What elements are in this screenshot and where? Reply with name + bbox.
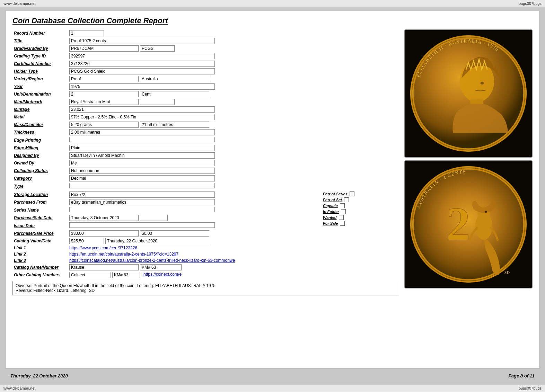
value-other-catalog[interactable]: Colnect <box>69 272 111 278</box>
label-type: Type <box>12 182 68 190</box>
value-metal[interactable]: 97% Copper - 2.5% Zinc - 0.5% Tin <box>69 114 215 120</box>
footer-page: Page 8 of 11 <box>508 373 535 378</box>
label-designed-by: Designed By <box>12 152 68 159</box>
svg-point-15 <box>485 211 487 213</box>
checkbox-for-sale[interactable] <box>340 221 345 226</box>
value-denomination[interactable]: Cent <box>140 91 209 97</box>
label-link3: Link 3 <box>12 257 68 264</box>
value-mintage[interactable]: 23,021 <box>69 106 215 113</box>
row-purchased-from: Purchased From eBay tasmanian_numismatic… <box>12 198 319 206</box>
value-other-km[interactable]: KM# 63 <box>112 272 140 278</box>
row-storage: Storage Location Box 7/2 <box>12 191 319 198</box>
label-issue-date: Issue Date <box>12 222 68 230</box>
value-series-name[interactable] <box>69 207 215 212</box>
browser-url-right: bugs007bugs <box>519 1 542 6</box>
value-purchased-from[interactable]: eBay tasmanian_numismatics <box>69 199 215 205</box>
row-thickness: Thickness 2.00 millimetres <box>12 128 399 136</box>
label-edge-milling: Edge Milling <box>12 144 68 152</box>
label-collecting-status: Collecting Status <box>12 167 68 175</box>
form-table: Record Number 1 Title Proof 1975 2 cents <box>12 29 399 190</box>
value-catalog-name[interactable]: Krause <box>69 264 139 270</box>
label-denomination: Unit/Denomination <box>12 90 68 98</box>
svg-point-6 <box>481 82 484 84</box>
row-mintage: Mintage 23,021 <box>12 106 399 113</box>
row-link1: Link 1 https://www.pcgs.com/cert/3712322… <box>12 245 319 251</box>
reverse-svg: 2 <box>405 161 532 288</box>
footer-date: Thursday, 22 October 2020 <box>10 373 68 378</box>
value-purchase-date[interactable]: Thursday, 8 October 2020 <box>69 215 139 221</box>
value-collecting-status[interactable]: Not uncommon <box>69 168 215 174</box>
label-mint: Mint/Mintmark <box>12 98 68 106</box>
value-variety[interactable]: Proof <box>69 76 139 82</box>
label-thickness: Thickness <box>12 128 68 136</box>
label-capsule: Capsule <box>323 204 338 208</box>
checkbox-capsule[interactable] <box>340 203 345 208</box>
value-category[interactable]: Decimal <box>69 175 215 181</box>
value-holder-type[interactable]: PCGS Gold Shield <box>69 68 215 74</box>
value-catalog-km[interactable]: KM# 63 <box>140 264 182 270</box>
value-title[interactable]: Proof 1975 2 cents <box>69 38 215 44</box>
value-storage[interactable]: Box 7/2 <box>69 191 215 198</box>
value-diameter[interactable]: 21.59 millimetres <box>140 122 209 128</box>
link3-url[interactable]: https://coinscatalog.net/australia/coin-… <box>69 258 235 263</box>
coin-images-section: ELIZABETH II · AUSTRALIA · 1975 <box>404 29 533 295</box>
label-purchase-date: Purchase/Sale Date <box>12 214 68 222</box>
value-type[interactable] <box>69 183 215 188</box>
value-thickness[interactable]: 2.00 millimetres <box>69 129 215 135</box>
value-designed-by[interactable]: Stuart Devlin / Arnold Machin <box>69 152 215 159</box>
value-owned-by[interactable]: Me <box>69 160 215 166</box>
label-purchased-from: Purchased From <box>12 198 68 206</box>
row-purchase-price: Purchase/Sale Price $30.00 $0.00 <box>12 230 319 237</box>
label-cert-number: Certificate Number <box>12 60 68 68</box>
value-record-number[interactable]: 1 <box>69 30 104 36</box>
row-metal: Metal 97% Copper - 2.5% Zinc - 0.5% Tin <box>12 113 399 121</box>
link2-url[interactable]: https://en.ucoin.net/coin/australia-2-ce… <box>69 252 178 257</box>
value-catalog-date[interactable]: Thursday, 22 October 2020 <box>105 238 209 244</box>
value-grade[interactable]: PR67DCAM <box>69 45 139 52</box>
label-variety: Variety/Region <box>12 75 68 83</box>
label-link1: Link 1 <box>12 245 68 251</box>
label-for-sale: For Sale <box>323 221 338 225</box>
row-designed-by: Designed By Stuart Devlin / Arnold Machi… <box>12 152 399 159</box>
value-edge-milling[interactable]: Plain <box>69 145 215 151</box>
row-purchase-date: Purchase/Sale Date Thursday, 8 October 2… <box>12 214 319 222</box>
checkbox-part-of-series[interactable] <box>350 191 354 196</box>
bottom-url-right: bugs007bugs <box>519 386 542 390</box>
value-edge-printing[interactable] <box>69 137 215 142</box>
value-purchase-date-2[interactable] <box>140 215 168 221</box>
label-catalog-name: Catalog Name/Number <box>12 264 68 271</box>
value-mintmark[interactable] <box>140 99 175 105</box>
label-wanted: Wanted <box>323 215 337 220</box>
value-region[interactable]: Australia <box>140 76 209 82</box>
label-edge-printing: Edge Printing <box>12 136 68 144</box>
checkbox-row-series: Part of Series <box>323 191 399 196</box>
checkbox-in-folder[interactable] <box>341 209 346 214</box>
value-mass[interactable]: 5.20 grams <box>69 122 139 128</box>
checkbox-wanted[interactable] <box>339 215 344 220</box>
label-holder-type: Holder Type <box>12 68 68 75</box>
report-title: Coin Database Collection Complete Report <box>12 16 533 25</box>
checkbox-part-of-set[interactable] <box>344 197 349 202</box>
other-catalog-link[interactable]: https://colnect.com/e <box>143 272 182 278</box>
row-catalog-value: Catalog Value/Date $25.50 Thursday, 22 O… <box>12 237 319 245</box>
value-unit[interactable]: 2 <box>69 91 139 97</box>
browser-url-left: www.delcampe.net <box>3 1 35 6</box>
row-issue-date: Issue Date <box>12 222 319 230</box>
value-sale-price[interactable]: $0.00 <box>140 230 209 237</box>
value-issue-date[interactable] <box>69 222 215 228</box>
value-graded-by[interactable]: PCGS <box>140 45 175 52</box>
value-mint[interactable]: Royal Australian Mint <box>69 99 139 105</box>
footer-bar: Thursday, 22 October 2020 Page 8 of 11 <box>5 371 540 381</box>
row-edge-printing: Edge Printing <box>12 136 399 144</box>
row-link3: Link 3 https://coinscatalog.net/australi… <box>12 257 319 264</box>
value-year[interactable]: 1975 <box>69 83 215 90</box>
value-grading-type[interactable]: 392997 <box>69 53 215 59</box>
value-purchase-price[interactable]: $30.00 <box>69 230 139 237</box>
obverse-svg: ELIZABETH II · AUSTRALIA · 1975 <box>405 30 532 157</box>
label-grade: Grade/Graded By <box>12 45 68 52</box>
value-cert-number[interactable]: 37123226 <box>69 61 215 67</box>
label-storage: Storage Location <box>12 191 68 198</box>
value-catalog-value[interactable]: $25.50 <box>69 238 104 244</box>
link1-url[interactable]: https://www.pcgs.com/cert/37123226 <box>69 246 137 250</box>
row-grade: Grade/Graded By PR67DCAM PCGS <box>12 45 399 52</box>
